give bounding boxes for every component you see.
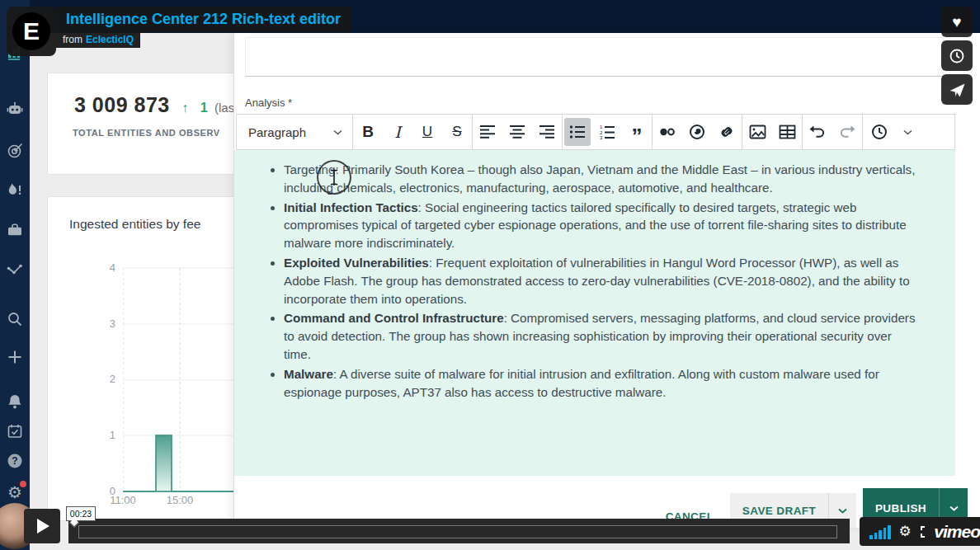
settings-gear-icon[interactable]: ⚙ — [899, 524, 912, 538]
editor-panel: Analysis * Paragraph B I U S — [233, 33, 980, 528]
chevron-down-icon — [333, 129, 342, 135]
bullet-item[interactable]: Malware: A diverse suite of malware for … — [284, 365, 917, 402]
sidebar-item-help[interactable]: ? — [2, 449, 27, 473]
sidebar-item-search[interactable] — [2, 307, 27, 331]
blockquote-icon: ” — [632, 132, 643, 140]
align-right-button[interactable] — [532, 115, 562, 149]
like-button[interactable]: ♥ — [941, 7, 973, 37]
sidebar-item-tasks[interactable] — [2, 419, 27, 444]
align-right-icon — [539, 125, 555, 139]
clock-icon — [949, 48, 965, 64]
report-title-field[interactable] — [245, 37, 944, 77]
x-tick: 15:00 — [162, 494, 198, 506]
paragraph-style-dropdown[interactable]: Paragraph — [237, 115, 352, 149]
polyline-graph-icon — [6, 261, 24, 279]
video-title-link[interactable]: Intelligence Center 212 Rich-text editor — [56, 7, 351, 32]
delta-up-arrow-icon: ↑ — [181, 101, 188, 115]
clock-icon — [870, 123, 888, 141]
sidebar-item-targets[interactable] — [2, 139, 27, 163]
stats-card: 3 009 873 ↑ 1 (last TOTAL ENTITIES AND O… — [47, 73, 247, 175]
eclecticiq-logo: E — [12, 12, 50, 50]
chevron-down-icon — [949, 505, 959, 511]
insert-image-button[interactable] — [742, 115, 772, 149]
svg-text:1: 1 — [600, 125, 603, 129]
svg-text:?: ? — [12, 455, 17, 467]
blockquote-button[interactable]: ” — [622, 115, 652, 149]
video-byline[interactable]: fromEclecticIQ — [56, 32, 140, 48]
time-tooltip: 00:23 — [66, 506, 96, 521]
align-center-icon — [509, 125, 525, 139]
bulleted-list-button[interactable] — [563, 115, 592, 149]
play-button[interactable] — [24, 509, 60, 543]
link-icon — [718, 123, 736, 141]
bullet-item[interactable]: Targeting: Primarily South Korea – thoug… — [284, 161, 917, 197]
history-button[interactable] — [863, 115, 896, 149]
entity-dots-icon — [658, 124, 676, 140]
undo-icon — [808, 124, 827, 140]
link-button[interactable] — [712, 115, 742, 149]
play-icon — [37, 519, 49, 534]
align-left-button[interactable] — [473, 115, 502, 149]
redo-icon — [838, 124, 856, 140]
bullet-item[interactable]: Exploited Vulnerabilities: Frequent expl… — [284, 254, 917, 308]
sidebar-item-create[interactable] — [2, 345, 27, 369]
delta-value: 1 — [200, 101, 208, 115]
bulleted-list-icon — [569, 125, 586, 139]
underline-button[interactable]: U — [412, 115, 442, 149]
analysis-editor-content[interactable]: Targeting: Primarily South Korea – thoug… — [234, 150, 955, 476]
volume-control[interactable] — [869, 524, 891, 539]
undo-button[interactable] — [803, 115, 832, 149]
sidebar-item-graph[interactable] — [2, 257, 27, 282]
svg-text:2: 2 — [600, 130, 603, 135]
observable-button[interactable] — [682, 115, 712, 149]
sidebar-item-cases[interactable] — [2, 218, 27, 242]
sidebar-item-automation[interactable] — [2, 97, 27, 122]
align-left-icon — [479, 125, 496, 139]
svg-text:3: 3 — [600, 135, 603, 139]
bullet-item[interactable]: Initial Infection Tactics: Social engine… — [284, 199, 917, 252]
briefcase-icon — [6, 221, 24, 239]
ibeam-cursor-icon — [328, 168, 340, 186]
stats-label: TOTAL ENTITIES AND OBSERV — [73, 128, 220, 138]
robot-icon — [6, 101, 24, 119]
insert-table-button[interactable] — [772, 115, 802, 149]
strikethrough-button[interactable]: S — [442, 115, 472, 149]
required-asterisk: * — [288, 96, 292, 109]
bold-button[interactable]: B — [353, 115, 383, 149]
numbered-list-icon: 123 — [599, 125, 615, 139]
align-center-button[interactable] — [502, 115, 532, 149]
numbered-list-button[interactable]: 123 — [592, 115, 622, 149]
redo-button[interactable] — [832, 115, 862, 149]
plus-icon — [6, 348, 24, 366]
chevron-down-icon — [903, 129, 912, 135]
y-tick: 1 — [94, 429, 115, 441]
bullet-item[interactable]: Command and Control Infrastructure: Comp… — [284, 309, 917, 363]
progress-bar-buffer — [78, 525, 837, 538]
analysis-field-label: Analysis * — [245, 96, 292, 109]
entity-link-button[interactable] — [653, 115, 682, 149]
watch-later-button[interactable] — [941, 40, 973, 71]
sidebar-item-notifications[interactable] — [2, 389, 27, 414]
total-entities-value: 3 009 873 — [74, 93, 170, 116]
vimeo-logo[interactable]: vimeo — [934, 522, 980, 542]
bell-icon — [6, 393, 24, 411]
image-icon — [749, 125, 766, 140]
help-icon: ? — [6, 452, 24, 470]
fullscreen-icon[interactable] — [919, 524, 928, 539]
y-tick: 2 — [94, 373, 115, 385]
channel-avatar[interactable]: E — [7, 7, 56, 56]
italic-button[interactable]: I — [383, 115, 412, 149]
table-icon — [779, 125, 796, 140]
chart-title: Ingested entities by fee — [69, 217, 200, 232]
sidebar-item-settings[interactable]: ⚙ — [2, 480, 27, 505]
calendar-check-icon — [6, 422, 24, 440]
heart-icon: ♥ — [952, 14, 961, 30]
history-dropdown[interactable] — [896, 115, 919, 149]
author-link[interactable]: EclecticIQ — [86, 34, 134, 45]
sidebar-item-incidents[interactable] — [2, 178, 27, 203]
target-icon — [6, 142, 24, 160]
share-button[interactable] — [941, 74, 973, 105]
paper-plane-icon — [949, 82, 966, 98]
notification-dot — [20, 481, 26, 487]
richtext-toolbar: Paragraph B I U S 123 ” — [236, 114, 955, 150]
